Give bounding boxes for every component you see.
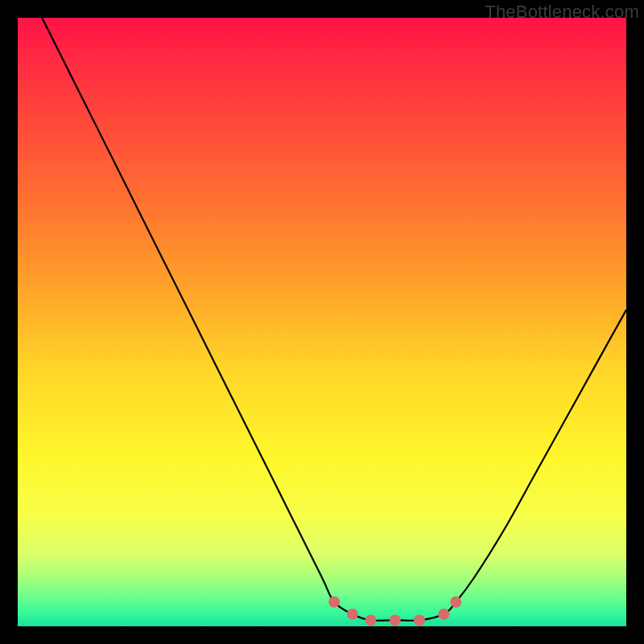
watermark-text: TheBottleneck.com	[485, 2, 639, 23]
bottleneck-curve-path	[42, 18, 626, 621]
curve-marker	[390, 614, 401, 625]
curve-marker	[365, 614, 377, 625]
curve-layer	[18, 18, 626, 626]
curve-marker	[347, 609, 358, 620]
curve-markers	[328, 597, 461, 626]
curve-marker	[450, 597, 461, 608]
chart-frame: TheBottleneck.com	[0, 0, 644, 644]
curve-marker	[414, 614, 425, 625]
curve-marker	[328, 597, 340, 608]
curve-marker	[438, 609, 449, 620]
plot-area	[18, 18, 626, 626]
